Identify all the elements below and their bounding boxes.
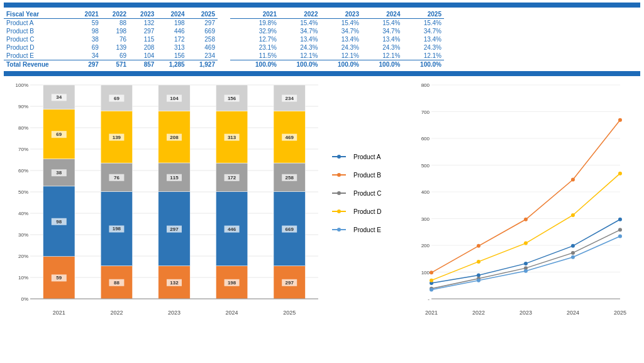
svg-text:2024: 2024: [567, 310, 579, 316]
svg-text:200: 200: [421, 243, 430, 249]
svg-point-152: [430, 279, 433, 282]
bar-chart-svg: 0%10%20%30%40%50%60%70%80%90%100%5998386…: [4, 79, 325, 318]
svg-text:139: 139: [113, 135, 121, 140]
svg-point-158: [477, 279, 480, 282]
table-row: Product C3876115172258: [4, 35, 218, 43]
legend-item-1: Product B: [332, 172, 396, 179]
svg-point-150: [571, 251, 575, 255]
bottom-title: [4, 71, 640, 76]
legend-item-4: Product E: [332, 226, 396, 233]
svg-point-161: [618, 235, 622, 238]
svg-text:469: 469: [286, 135, 294, 140]
svg-text:669: 669: [286, 226, 294, 232]
legend-label-4: Product E: [353, 226, 381, 233]
charts-container: 0%10%20%30%40%50%60%70%80%90%100%5998386…: [4, 79, 640, 319]
tables-wrapper: Fiscal Year20212022202320242025Product A…: [4, 10, 640, 69]
svg-text:98: 98: [56, 219, 62, 225]
svg-text:234: 234: [286, 96, 294, 101]
svg-point-139: [524, 262, 528, 265]
svg-point-145: [571, 177, 575, 181]
svg-text:2025: 2025: [283, 310, 296, 316]
svg-text:2023: 2023: [519, 310, 532, 316]
svg-text:132: 132: [170, 280, 179, 286]
svg-text:2024: 2024: [226, 310, 238, 316]
svg-text:10%: 10%: [18, 275, 28, 281]
svg-text:104: 104: [170, 96, 179, 101]
top-title: [4, 3, 640, 8]
svg-text:76: 76: [114, 175, 119, 181]
svg-text:156: 156: [228, 96, 236, 101]
svg-text:300: 300: [421, 216, 430, 222]
svg-text:69: 69: [56, 131, 62, 137]
left-table: Fiscal Year20212022202320242025Product A…: [4, 10, 218, 69]
svg-text:700: 700: [421, 109, 430, 115]
svg-text:90%: 90%: [18, 104, 28, 109]
table-row: Product D69139208313469: [4, 43, 218, 52]
svg-text:2023: 2023: [168, 310, 180, 316]
legend-item-0: Product A: [332, 154, 396, 160]
col-header-4: 2024: [157, 10, 187, 19]
table-row: Product E3469104156234: [4, 52, 218, 60]
svg-text:100: 100: [421, 270, 430, 276]
pct-table-row: 23.1%24.3%24.3%24.3%24.3%: [230, 43, 444, 52]
svg-text:100%: 100%: [16, 82, 28, 88]
svg-text:30%: 30%: [18, 232, 28, 238]
right-panel: Product AProduct BProduct CProduct DProd…: [327, 79, 640, 319]
legend-item-2: Product C: [332, 190, 396, 197]
bottom-section: 0%10%20%30%40%50%60%70%80%90%100%5998386…: [0, 70, 644, 320]
top-section: Fiscal Year20212022202320242025Product A…: [0, 0, 644, 70]
svg-text:80%: 80%: [18, 125, 28, 131]
svg-text:297: 297: [170, 226, 179, 232]
svg-text:2021: 2021: [53, 310, 65, 316]
svg-text:600: 600: [421, 136, 430, 142]
svg-text:208: 208: [170, 135, 179, 140]
svg-point-110: [337, 209, 341, 213]
pct-total-row: 100.0%100.0%100.0%100.0%100.0%: [230, 60, 444, 69]
svg-text:446: 446: [228, 226, 236, 232]
svg-text:198: 198: [113, 226, 121, 232]
svg-point-159: [524, 269, 528, 273]
svg-text:258: 258: [286, 175, 294, 181]
pct-table-row: 12.7%13.4%13.4%13.4%13.4%: [230, 35, 444, 43]
line-chart-area: -100200300400500600700800202120222023202…: [399, 79, 640, 319]
svg-point-142: [430, 271, 433, 274]
svg-point-155: [571, 213, 575, 217]
svg-text:-: -: [428, 296, 430, 302]
col-header-2: 2022: [101, 10, 129, 19]
svg-point-154: [524, 242, 528, 245]
col-header-5: 2025: [187, 10, 218, 19]
table-row: Product B98198297446669: [4, 27, 218, 35]
svg-text:60%: 60%: [18, 168, 28, 174]
svg-text:2021: 2021: [425, 310, 438, 316]
svg-point-112: [337, 228, 341, 232]
legend-line-0: [332, 154, 350, 160]
svg-text:172: 172: [228, 175, 236, 181]
svg-text:0%: 0%: [21, 296, 28, 302]
svg-text:115: 115: [170, 175, 179, 181]
pct-table-row: 32.9%34.7%34.7%34.7%34.7%: [230, 27, 444, 35]
svg-point-106: [337, 173, 341, 177]
pct-table: 2021202220232024202519.8%15.4%15.4%15.4%…: [230, 10, 444, 69]
svg-text:40%: 40%: [18, 211, 28, 216]
pct-table-row: 11.5%12.1%12.1%12.1%12.1%: [230, 52, 444, 60]
svg-point-144: [524, 218, 528, 221]
right-table: 2021202220232024202519.8%15.4%15.4%15.4%…: [230, 10, 444, 69]
svg-text:313: 313: [228, 135, 236, 140]
svg-text:88: 88: [114, 280, 119, 286]
svg-text:500: 500: [421, 163, 430, 169]
svg-text:198: 198: [228, 280, 236, 286]
main-container: Fiscal Year20212022202320242025Product A…: [0, 0, 644, 363]
legend-line-2: [332, 190, 350, 196]
svg-point-160: [571, 255, 575, 259]
svg-text:50%: 50%: [18, 189, 28, 195]
total-row: Total Revenue2975718571,2851,927: [4, 60, 218, 69]
line-chart-svg: -100200300400500600700800202120222023202…: [399, 79, 640, 318]
svg-text:297: 297: [286, 280, 294, 286]
svg-point-156: [618, 172, 622, 176]
svg-point-153: [477, 260, 480, 264]
legend-label-1: Product B: [353, 172, 381, 179]
pct-table-row: 19.8%15.4%15.4%15.4%15.4%: [230, 19, 444, 28]
legend-line-3: [332, 208, 350, 215]
legend-line-1: [332, 172, 350, 178]
bar-chart-area: 0%10%20%30%40%50%60%70%80%90%100%5998386…: [4, 79, 325, 319]
